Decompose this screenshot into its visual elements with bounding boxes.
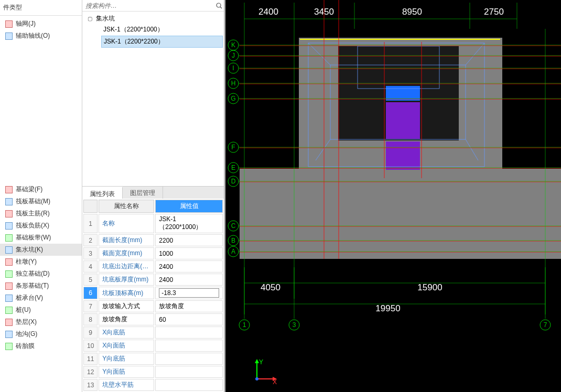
table-row[interactable]: 7放坡输入方式放坡角度: [83, 300, 223, 312]
nav-item[interactable]: 柱墩(Y): [0, 256, 82, 268]
nav-label: 柱墩(Y): [16, 257, 37, 266]
nav-item[interactable]: 筏板负筋(X): [0, 220, 82, 232]
prop-value[interactable]: 60: [155, 313, 223, 325]
nav-item[interactable]: 筏板基础(M): [0, 195, 82, 208]
nav-item[interactable]: 桩(U): [0, 304, 82, 316]
table-row[interactable]: 12Y向面筋: [83, 366, 223, 378]
table-row[interactable]: 2截面长度(mm)2200: [83, 234, 223, 246]
tree-node[interactable]: JSK-1（2200*1000）: [101, 24, 223, 35]
nav-icon: [5, 234, 13, 242]
svg-text:Y: Y: [259, 358, 263, 366]
grid-row-label: B: [231, 237, 235, 244]
nav-item[interactable]: 桩承台(V): [0, 292, 82, 304]
nav-item[interactable]: 辅助轴线(O): [0, 30, 82, 42]
row-index: 7: [83, 300, 98, 312]
prop-value[interactable]: JSK-1（2200*1000）: [155, 214, 223, 233]
search-row: [82, 0, 224, 12]
prop-value-input[interactable]: [159, 288, 219, 298]
prop-name: X向底筋: [99, 326, 154, 339]
table-row[interactable]: 3截面宽度(mm)1000: [83, 247, 223, 259]
grid-row-label: F: [231, 144, 235, 151]
dim-top-1: 3450: [314, 7, 334, 17]
prop-value[interactable]: [155, 366, 223, 378]
prop-value[interactable]: [155, 379, 223, 391]
table-row[interactable]: 9X向底筋: [83, 326, 223, 339]
nav-item[interactable]: 轴网(J): [0, 18, 82, 30]
row-index: 13: [83, 379, 98, 391]
nav-item[interactable]: 砖胎膜: [0, 340, 82, 352]
axis-indicator: Y X: [252, 358, 278, 386]
nav-icon: [5, 222, 13, 230]
tree-toggle-icon[interactable]: ▢: [88, 16, 94, 22]
table-row[interactable]: 6坑板顶标高(m): [83, 287, 223, 299]
grid-row-label: D: [231, 178, 236, 185]
nav-item[interactable]: 基础梁(F): [0, 183, 82, 195]
row-index: 11: [83, 353, 98, 365]
nav-icon: [5, 246, 13, 254]
nav-label: 条形基础(T): [16, 281, 49, 290]
row-index: 4: [83, 260, 98, 273]
grid-col-label: 1: [243, 321, 246, 329]
nav-label: 桩承台(V): [16, 293, 43, 302]
table-row[interactable]: 10X向面筋: [83, 340, 223, 352]
svg-rect-4: [240, 169, 561, 259]
prop-name: 名称: [99, 214, 154, 233]
grid-row-label: J: [232, 52, 235, 59]
table-row[interactable]: 8放坡角度60: [83, 313, 223, 325]
nav-item[interactable]: [0, 42, 82, 52]
nav-item[interactable]: 地沟(G): [0, 328, 82, 340]
tree-node[interactable]: JSK-1（2200*2200）: [101, 36, 223, 48]
col-value-header: 属性值: [155, 200, 223, 213]
prop-value[interactable]: 2400: [155, 260, 223, 273]
tab[interactable]: 属性列表: [82, 187, 123, 199]
tree-area[interactable]: ▢ 集水坑 JSK-1（2200*1000）JSK-1（2200*2200）: [82, 12, 224, 186]
table-row[interactable]: 1名称JSK-1（2200*1000）: [83, 214, 223, 233]
nav-item[interactable]: 独立基础(D): [0, 268, 82, 280]
search-icon[interactable]: [214, 1, 224, 10]
nav-item[interactable]: 集水坑(K): [0, 244, 82, 256]
properties-section: 属性列表图层管理 属性名称 属性值 1名称JSK-1（2200*1000）2截面…: [82, 186, 224, 392]
prop-value[interactable]: [155, 340, 223, 352]
prop-value[interactable]: 1000: [155, 247, 223, 259]
nav-item[interactable]: 基础板带(W): [0, 232, 82, 244]
grid-col-label: 7: [544, 321, 547, 329]
tree-root-label[interactable]: 集水坑: [96, 14, 115, 23]
nav-item[interactable]: 筏板主筋(R): [0, 208, 82, 220]
prop-name: 坑板顶标高(m): [99, 287, 154, 299]
grid-row-label: A: [231, 248, 235, 255]
prop-name: 放坡输入方式: [99, 300, 154, 312]
dim-bottom-0: 4050: [261, 282, 280, 292]
table-row[interactable]: 5坑底板厚度(mm)2400: [83, 274, 223, 286]
nav-label: 垫层(X): [16, 318, 37, 326]
prop-value[interactable]: [155, 287, 223, 299]
row-index: 6: [83, 287, 98, 299]
middle-panel: ▢ 集水坑 JSK-1（2200*1000）JSK-1（2200*2200） 属…: [82, 0, 225, 392]
grid-row-label: E: [231, 164, 235, 171]
prop-value[interactable]: 2400: [155, 274, 223, 286]
prop-name: 坑底板厚度(mm): [99, 274, 154, 286]
row-index: 2: [83, 234, 98, 246]
row-index: 1: [83, 214, 98, 233]
prop-value[interactable]: [155, 353, 223, 365]
svg-rect-8: [386, 141, 420, 170]
nav-item[interactable]: 垫层(X): [0, 316, 82, 328]
svg-rect-7: [386, 102, 420, 139]
prop-value[interactable]: [155, 326, 223, 339]
prop-name: 坑壁水平筋: [99, 379, 154, 391]
table-row[interactable]: 11Y向底筋: [83, 353, 223, 365]
dim-bottom-total: 19950: [375, 303, 400, 313]
canvas-area[interactable]: KJIHGFEDCBA 137 2400 3450 8950 2750 4050…: [225, 0, 561, 392]
nav-icon: [5, 186, 13, 193]
table-row[interactable]: 4坑底出边距离(…2400: [83, 260, 223, 273]
table-row[interactable]: 13坑壁水平筋: [83, 379, 223, 391]
prop-value[interactable]: 放坡角度: [155, 300, 223, 312]
prop-value[interactable]: 2200: [155, 234, 223, 246]
tab[interactable]: 图层管理: [123, 187, 163, 199]
row-index: 8: [83, 313, 98, 325]
grid-row-label: K: [231, 41, 235, 49]
search-input[interactable]: [82, 1, 214, 10]
nav-icon: [5, 295, 13, 302]
nav-item[interactable]: 条形基础(T): [0, 280, 82, 292]
nav-icon: [5, 258, 13, 266]
grid-row-label: G: [231, 95, 235, 102]
